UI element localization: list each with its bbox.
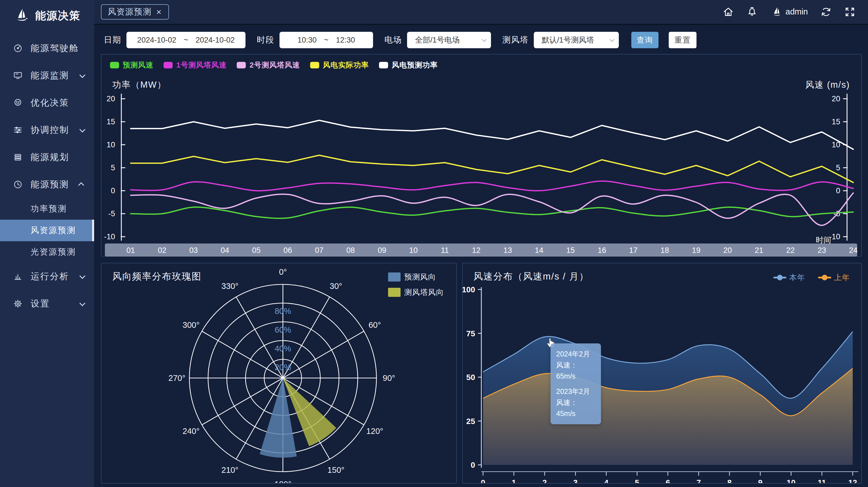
rose-angle-label: 270°: [168, 373, 185, 382]
x-tick-label: 07: [315, 246, 323, 255]
farm-select[interactable]: 全部/1号电场: [407, 32, 491, 48]
dist-x-tick: 3: [573, 478, 578, 483]
tooltip-series-2-value: 风速：45m/s: [556, 397, 595, 419]
sidebar-item-5[interactable]: 能源预测: [0, 171, 94, 198]
dist-y-tick: 25: [466, 417, 475, 426]
dist-x-tick: 1: [512, 478, 516, 483]
reset-button[interactable]: 重置: [669, 32, 696, 48]
series-line-风电预测功率: [131, 120, 853, 149]
dist-x-tick: 10: [787, 478, 796, 483]
page-content: 日期 2024-10-02 ~ 2024-10-02 时段 10:30 ~ 12…: [94, 25, 868, 487]
farm-label: 电场: [384, 34, 402, 46]
sidebar-item-label: 能源监测: [31, 69, 80, 82]
query-button[interactable]: 查询: [631, 32, 658, 48]
rose-angle-label: 60°: [369, 320, 381, 330]
x-tick-label: 23: [817, 246, 826, 255]
sidebar-item-6[interactable]: 运行分析: [0, 263, 94, 290]
windspeed-distribution-chart[interactable]: 10075502500123456789101112: [463, 263, 861, 483]
left-axis-tick-label: 15: [106, 117, 115, 126]
notification-bell-icon[interactable]: [746, 6, 758, 18]
sidebar-item-2[interactable]: 优化决策: [0, 89, 94, 116]
gear-icon: [11, 298, 24, 309]
sidebar-item-0[interactable]: 能源驾驶舱: [0, 35, 94, 62]
chevron-down-icon: [482, 37, 487, 42]
sail-logo-icon: [13, 7, 29, 24]
dist-y-tick: 0: [471, 461, 475, 469]
rose-angle-label: 90°: [383, 373, 395, 382]
rose-radius-tick: 20%: [275, 363, 291, 372]
date-to: 2024-10-02: [195, 36, 235, 45]
rose-radius-tick: 40%: [275, 344, 291, 353]
sidebar-item-1[interactable]: 能源监测: [0, 62, 94, 89]
date-from: 2024-10-02: [137, 36, 176, 45]
x-tick-label: 22: [786, 246, 795, 255]
user-account[interactable]: admin: [770, 6, 808, 18]
tower-value: 默认/1号测风塔: [542, 35, 594, 45]
sidebar-subitem-风资源预测[interactable]: 风资源预测: [0, 220, 94, 241]
tab-close-icon[interactable]: ×: [156, 7, 162, 17]
x-tick-label: 03: [189, 246, 198, 255]
right-axis-tick-label: 15: [832, 117, 840, 126]
rose-angle-label: 120°: [366, 427, 383, 436]
dist-x-tick: 2: [542, 478, 547, 483]
date-label: 日期: [104, 34, 121, 46]
dist-x-tick: 8: [727, 478, 732, 483]
x-tick-label: 08: [346, 246, 355, 255]
x-tick-label: 20: [723, 246, 732, 255]
sidebar-item-label: 能源驾驶舱: [31, 42, 86, 54]
date-range-input[interactable]: 2024-10-02 ~ 2024-10-02: [126, 32, 246, 48]
dist-x-tick: 6: [665, 478, 670, 483]
x-tick-label: 10: [409, 246, 417, 255]
x-tick-label: 18: [660, 246, 669, 255]
fullscreen-icon[interactable]: [844, 6, 856, 18]
dist-y-tick: 75: [466, 329, 475, 338]
sidebar-item-label: 优化决策: [31, 97, 86, 109]
rose-angle-label: 180°: [274, 480, 291, 483]
sidebar-item-3[interactable]: 协调控制: [0, 116, 94, 144]
tower-select[interactable]: 默认/1号测风塔: [534, 32, 619, 48]
chevron-down-icon: [610, 37, 615, 42]
x-axis-zoom-slider[interactable]: 0102030405060708091011121314151617181920…: [105, 244, 857, 257]
rose-angle-label: 240°: [183, 427, 199, 436]
sidebar-item-label: 能源规划: [31, 151, 86, 163]
windspeed-distribution-panel: 风速分布（风速m/s / 月） 本年上年 1007550250012345678…: [462, 263, 862, 484]
rose-angle-label: 30°: [330, 282, 342, 291]
tab-label: 风资源预测: [108, 6, 152, 18]
left-axis-tick-label: 0: [111, 187, 115, 195]
tab-wind-resource-forecast[interactable]: 风资源预测 ×: [101, 4, 169, 20]
chart-tooltip: 2024年2月 风速：65m/s 2023年2月 风速：45m/s: [551, 343, 601, 424]
rose-radius-tick: 60%: [275, 325, 291, 334]
left-axis-tick-label: -10: [104, 232, 115, 241]
refresh-icon[interactable]: [820, 6, 832, 18]
date-tilde: ~: [184, 36, 188, 45]
chevron-down-icon: [80, 72, 85, 78]
dist-x-tick: 7: [696, 478, 701, 483]
right-axis-tick-label: 20: [832, 94, 840, 103]
sidebar-subitem-功率预测[interactable]: 功率预测: [0, 198, 94, 220]
sidebar-subitem-光资源预测[interactable]: 光资源预测: [0, 241, 94, 263]
gauge-icon: [11, 43, 24, 53]
tower-label: 测风塔: [502, 34, 529, 46]
home-icon[interactable]: [722, 6, 734, 18]
username: admin: [785, 7, 808, 17]
clock-icon: [11, 179, 24, 190]
time-to: 12:30: [336, 36, 355, 45]
x-tick-label: 21: [755, 246, 764, 255]
wind-rose-chart[interactable]: 20%40%60%80%0°30°60°90°120°150°180°210°2…: [101, 263, 456, 483]
time-tilde: ~: [324, 36, 329, 45]
x-tick-label: 16: [597, 246, 606, 255]
x-tick-label: 04: [221, 246, 229, 255]
farm-value: 全部/1号电场: [415, 35, 460, 45]
header-actions: admin: [722, 6, 856, 18]
x-tick-label: 15: [566, 246, 575, 255]
chevron-down-icon: [80, 300, 85, 306]
time-range-input[interactable]: 10:30 ~ 12:30: [280, 32, 373, 48]
sidebar-item-7[interactable]: 设置: [0, 290, 94, 317]
left-axis-tick-label: -5: [108, 209, 115, 218]
main-line-chart[interactable]: 2020151510105500-5-5-10-10: [101, 55, 862, 257]
power-windspeed-chart-panel: 预测风速1号测风塔风速2号测风塔风速风电实际功率风电预测功率 功率（MW） 风速…: [101, 54, 862, 257]
monitor-icon: [11, 70, 24, 81]
filter-bar: 日期 2024-10-02 ~ 2024-10-02 时段 10:30 ~ 12…: [104, 32, 862, 48]
sidebar-item-4[interactable]: 能源规划: [0, 144, 94, 171]
x-tick-label: 13: [503, 246, 512, 255]
